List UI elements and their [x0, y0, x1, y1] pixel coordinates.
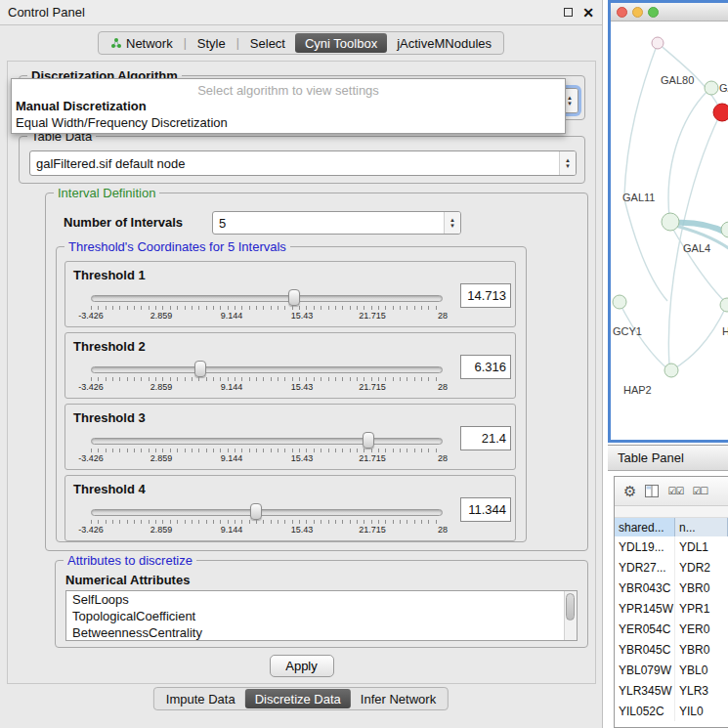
node[interactable]	[705, 81, 718, 95]
zoom-traffic-light[interactable]	[648, 7, 659, 18]
threshold-4-slider[interactable]: -3.426 2.859 9.144 15.43 21.715 28	[91, 501, 443, 538]
threshold-1-value-field[interactable]: 14.713	[460, 283, 511, 308]
table-panel-header: Table Panel	[608, 445, 728, 471]
list-item[interactable]: BetweennessCentrality	[66, 624, 577, 641]
node-label-gal11: GAL11	[622, 192, 655, 203]
network-canvas[interactable]: GAL80 GA GAL11 GAL4 GCY1 HAP2 H	[611, 21, 728, 440]
scale-label: 28	[438, 453, 448, 463]
apply-button[interactable]: Apply	[270, 655, 334, 677]
slider-track[interactable]	[91, 366, 443, 373]
node-gcy1[interactable]	[613, 295, 626, 309]
slider-track[interactable]	[91, 295, 443, 302]
scale-label: 15.43	[291, 453, 314, 463]
tab-infer-network[interactable]: Infer Network	[351, 689, 446, 708]
minimize-traffic-light[interactable]	[632, 7, 643, 18]
node-selected-red[interactable]	[713, 104, 728, 121]
network-window-titlebar	[611, 3, 728, 21]
table-row[interactable]: YLR345W YLR3	[615, 680, 728, 701]
table-row[interactable]: YER054C YER0	[615, 619, 728, 639]
gear-icon[interactable]: ⚙	[623, 484, 636, 498]
node[interactable]	[721, 222, 728, 237]
combo-arrows-icon[interactable]: ▲▼	[559, 151, 576, 175]
scrollbar-thumb[interactable]	[566, 593, 575, 621]
slider-ticks	[91, 377, 443, 381]
node[interactable]	[652, 37, 664, 49]
threshold-3-slider[interactable]: -3.426 2.859 9.144 15.43 21.715 28	[91, 430, 443, 467]
slider-track[interactable]	[91, 438, 443, 445]
node-label-partial: H	[722, 325, 728, 337]
scale-label: 2.859	[150, 525, 173, 535]
slider-thumb[interactable]	[250, 503, 262, 520]
table-header-row: shared... n...	[615, 518, 728, 536]
table-row[interactable]: YBR043C YBR0	[615, 578, 728, 598]
threshold-1-slider[interactable]: -3.426 2.859 9.144 15.43 21.715 28	[91, 287, 443, 324]
node[interactable]	[720, 298, 728, 312]
threshold-4-value-field[interactable]: 11.344	[460, 497, 511, 522]
numerical-attributes-list[interactable]: SelfLoops TopologicalCoefficient Between…	[65, 590, 578, 641]
scale-label: 9.144	[221, 311, 243, 321]
table-row[interactable]: YDR27... YDR2	[615, 557, 728, 578]
table-data-group: Table Data galFiltered.sif default node …	[19, 136, 585, 184]
list-item[interactable]: SelfLoops	[66, 591, 577, 608]
scale-label: 15.43	[291, 382, 314, 392]
threshold-2-slider[interactable]: -3.426 2.859 9.144 15.43 21.715 28	[91, 359, 443, 396]
scale-label: -3.426	[78, 311, 104, 321]
table-data-combo[interactable]: galFiltered.sif default node ▲▼	[29, 150, 577, 176]
tab-style[interactable]: Style	[188, 33, 236, 53]
scale-label: 28	[438, 382, 448, 392]
column-header-shared-name[interactable]: shared...	[615, 518, 675, 536]
select-rows-icon[interactable]: ☑☑	[667, 486, 683, 496]
tab-select[interactable]: Select	[240, 33, 295, 53]
threshold-2-value-field[interactable]: 6.316	[460, 355, 511, 379]
table-row[interactable]: YIL052C YIL0	[615, 701, 728, 721]
tab-discretize-data[interactable]: Discretize Data	[245, 689, 351, 708]
tab-network[interactable]: Network	[101, 33, 183, 53]
threshold-4-panel: Threshold 4 -3.426 2.859 9.144 15.43 21.…	[64, 475, 516, 541]
table-row[interactable]: YDL19... YDL1	[615, 536, 728, 557]
node-table-window: ⚙ ☑☑ ☑☐ shared... n... YDL19... YDL1 YDR…	[614, 476, 728, 728]
interval-definition-group: Interval Definition Number of Intervals …	[45, 193, 588, 551]
slider-thumb[interactable]	[194, 361, 206, 377]
threshold-3-value-field[interactable]: 21.4	[460, 426, 511, 450]
cyni-toolbox-panel: Discretization Algorithm ▲▼ Select algor…	[7, 61, 596, 684]
slider-ticks	[91, 520, 443, 524]
scale-label: 9.144	[221, 453, 243, 463]
column-header-name[interactable]: n...	[675, 518, 728, 536]
table-row[interactable]: YBL079W YBL0	[615, 660, 728, 680]
scale-label: 28	[438, 311, 448, 321]
dropdown-option-equal-width-frequency[interactable]: Equal Width/Frequency Discretization	[12, 114, 565, 131]
threshold-label: Threshold 1	[73, 268, 146, 282]
window-title: Control Panel	[8, 5, 85, 20]
slider-track[interactable]	[91, 509, 443, 516]
float-window-button[interactable]	[564, 8, 573, 17]
close-button[interactable]: ✕	[582, 8, 594, 18]
scale-label: 21.715	[359, 382, 386, 392]
scale-label: -3.426	[78, 382, 104, 392]
slider-thumb[interactable]	[363, 432, 374, 449]
node-hap2[interactable]	[664, 364, 678, 377]
node-gal11[interactable]	[662, 213, 679, 231]
list-scrollbar[interactable]	[564, 591, 577, 640]
threshold-label: Threshold 4	[73, 482, 146, 496]
scale-label: 21.715	[359, 311, 386, 321]
close-traffic-light[interactable]	[617, 7, 627, 18]
tab-impute-data[interactable]: Impute Data	[156, 689, 245, 708]
split-columns-icon[interactable]	[645, 485, 659, 497]
scale-label: -3.426	[78, 525, 104, 535]
table-data-value: galFiltered.sif default node	[36, 156, 185, 171]
select-columns-icon[interactable]: ☑☐	[692, 486, 707, 496]
threshold-2-panel: Threshold 2 -3.426 2.859 9.144 15.43 21.…	[64, 332, 516, 399]
slider-ticks	[91, 449, 443, 452]
list-item[interactable]: TopologicalCoefficient	[66, 608, 577, 624]
combo-arrows-icon[interactable]: ▲▼	[444, 212, 460, 234]
tab-jactivemnodules[interactable]: jActiveMNodules	[387, 33, 501, 53]
table-row[interactable]: YBR045C YBR0	[615, 639, 728, 660]
number-of-intervals-combo[interactable]: 5 ▲▼	[212, 211, 461, 235]
scale-label: 2.859	[150, 311, 173, 321]
table-row[interactable]: YPR145W YPR1	[615, 598, 728, 619]
tab-cyni-toolbox[interactable]: Cyni Toolbox	[295, 33, 387, 53]
slider-thumb[interactable]	[288, 289, 300, 306]
attributes-group-label: Attributes to discretize	[64, 553, 196, 568]
scale-label: 2.859	[150, 453, 173, 463]
dropdown-option-manual-discretization[interactable]: Manual Discretization	[12, 98, 565, 114]
